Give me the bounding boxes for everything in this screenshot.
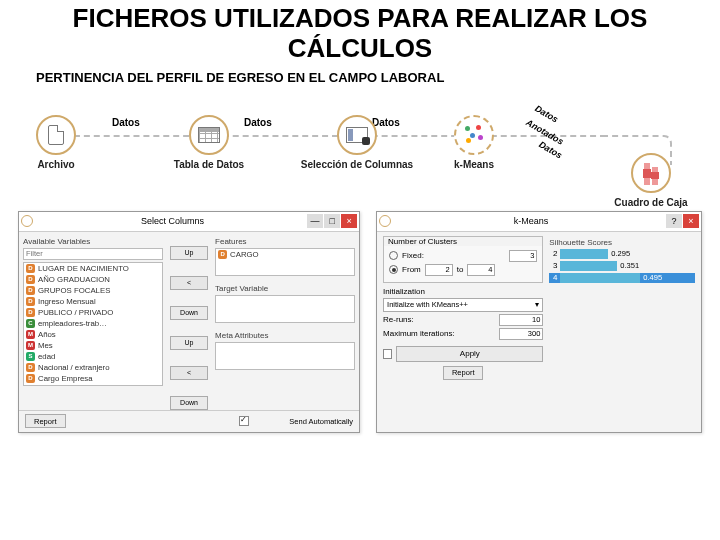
report-button[interactable]: Report bbox=[25, 414, 66, 428]
fixed-input[interactable]: 3 bbox=[509, 250, 537, 262]
from-label: From bbox=[402, 265, 421, 274]
list-item[interactable]: DCARGO bbox=[216, 249, 354, 260]
move-down-button-2[interactable]: Down bbox=[170, 396, 208, 410]
node-select-label: Selección de Columnas bbox=[292, 159, 422, 170]
list-item[interactable]: DNacional / extranjero bbox=[24, 362, 162, 373]
dialog-title-text: Select Columns bbox=[39, 216, 306, 226]
table-icon bbox=[198, 127, 220, 143]
node-table-label: Tabla de Datos bbox=[164, 159, 254, 170]
node-kmeans[interactable]: k-Means bbox=[442, 115, 506, 170]
filter-input[interactable] bbox=[23, 248, 163, 260]
reruns-label: Re-runs: bbox=[383, 315, 414, 324]
target-label: Target Variable bbox=[215, 284, 355, 293]
dialog-titlebar[interactable]: k-Means ? × bbox=[377, 212, 701, 232]
reruns-input[interactable]: 10 bbox=[499, 314, 543, 326]
auto-apply-checkbox[interactable] bbox=[383, 349, 392, 359]
meta-list[interactable] bbox=[215, 342, 355, 370]
move-right-button-2[interactable]: < bbox=[170, 366, 208, 380]
file-icon bbox=[48, 125, 64, 145]
dialog-select-columns: Select Columns — □ × Available Variables… bbox=[18, 211, 360, 433]
minimize-button[interactable]: — bbox=[307, 214, 323, 228]
close-button[interactable]: × bbox=[341, 214, 357, 228]
move-right-button[interactable]: < bbox=[170, 276, 208, 290]
node-boxplot-label: Cuadro de Caja bbox=[606, 197, 696, 208]
close-button[interactable]: × bbox=[683, 214, 699, 228]
list-item[interactable]: MAños bbox=[24, 329, 162, 340]
list-item[interactable]: Sedad bbox=[24, 351, 162, 362]
score-row-2[interactable]: 20.295 bbox=[549, 249, 695, 259]
list-item[interactable]: DGRUPOS FOCALES bbox=[24, 285, 162, 296]
dialog-icon bbox=[21, 215, 33, 227]
features-list[interactable]: DCARGO bbox=[215, 248, 355, 276]
maxiter-input[interactable]: 300 bbox=[499, 328, 543, 340]
node-boxplot[interactable]: Cuadro de Caja bbox=[606, 153, 696, 208]
select-columns-icon bbox=[346, 127, 368, 143]
list-item[interactable]: DAÑO GRADUACION bbox=[24, 274, 162, 285]
workflow-pipeline: Datos Datos Datos Datos Anotados Datos A… bbox=[24, 95, 696, 205]
meta-label: Meta Attributes bbox=[215, 331, 355, 340]
init-label: Initialization bbox=[383, 287, 425, 296]
init-select[interactable]: Initialize with KMeans++▾ bbox=[383, 298, 543, 312]
to-label: to bbox=[457, 265, 464, 274]
page-subtitle: PERTINENCIA DEL PERFIL DE EGRESO EN EL C… bbox=[0, 64, 720, 85]
clusters-group: Number of Clusters Fixed: 3 From 2 to 4 bbox=[383, 236, 543, 283]
boxplot-icon bbox=[644, 161, 658, 185]
score-row-3[interactable]: 30.351 bbox=[549, 261, 695, 271]
target-list[interactable] bbox=[215, 295, 355, 323]
help-button[interactable]: ? bbox=[666, 214, 682, 228]
report-button[interactable]: Report bbox=[443, 366, 484, 380]
list-item[interactable]: Cempleadores-trab… bbox=[24, 318, 162, 329]
move-up-button-2[interactable]: Up bbox=[170, 336, 208, 350]
move-down-button[interactable]: Down bbox=[170, 306, 208, 320]
maximize-button[interactable]: □ bbox=[324, 214, 340, 228]
from-input[interactable]: 2 bbox=[425, 264, 453, 276]
to-input[interactable]: 4 bbox=[467, 264, 495, 276]
fixed-radio[interactable] bbox=[389, 251, 398, 260]
send-auto-label: Send Automatically bbox=[289, 417, 353, 426]
scores-label: Silhouette Scores bbox=[549, 238, 695, 247]
page-title: FICHEROS UTILIZADOS PARA REALIZAR LOS CÁ… bbox=[0, 0, 720, 64]
edge-label-1: Datos bbox=[112, 117, 140, 128]
score-row-4[interactable]: 40.495 bbox=[549, 273, 695, 283]
send-auto-checkbox[interactable] bbox=[239, 416, 249, 426]
node-kmeans-label: k-Means bbox=[442, 159, 506, 170]
available-vars-label: Available Variables bbox=[23, 237, 163, 246]
dialog-icon bbox=[379, 215, 391, 227]
node-file-label: Archivo bbox=[24, 159, 88, 170]
dialog-title-text: k-Means bbox=[397, 216, 665, 226]
node-select-columns[interactable]: Selección de Columnas bbox=[292, 115, 422, 170]
dialogs-row: Select Columns — □ × Available Variables… bbox=[0, 205, 720, 433]
cluster-icon bbox=[462, 123, 486, 147]
list-item[interactable]: DPUBLICO / PRIVADO bbox=[24, 307, 162, 318]
node-file[interactable]: Archivo bbox=[24, 115, 88, 170]
features-label: Features bbox=[215, 237, 355, 246]
list-item[interactable]: DIngreso Mensual bbox=[24, 296, 162, 307]
apply-button[interactable]: Apply bbox=[396, 346, 543, 362]
fixed-label: Fixed: bbox=[402, 251, 424, 260]
list-item[interactable]: DCargo Empresa bbox=[24, 373, 162, 384]
available-vars-list[interactable]: DLUGAR DE NACIMIENTO DAÑO GRADUACION DGR… bbox=[23, 262, 163, 386]
list-item[interactable]: DLUGAR DE NACIMIENTO bbox=[24, 263, 162, 274]
dialog-kmeans: k-Means ? × Number of Clusters Fixed: 3 … bbox=[376, 211, 702, 433]
node-table[interactable]: Tabla de Datos bbox=[164, 115, 254, 170]
clusters-group-label: Number of Clusters bbox=[384, 237, 542, 246]
dialog-footer: Report Send Automatically bbox=[19, 410, 359, 432]
move-up-button[interactable]: Up bbox=[170, 246, 208, 260]
from-radio[interactable] bbox=[389, 265, 398, 274]
dialog-titlebar[interactable]: Select Columns — □ × bbox=[19, 212, 359, 232]
list-item[interactable]: DSexo bbox=[24, 384, 162, 386]
list-item[interactable]: MMes bbox=[24, 340, 162, 351]
chevron-down-icon: ▾ bbox=[535, 300, 539, 309]
maxiter-label: Maximum iterations: bbox=[383, 329, 455, 338]
